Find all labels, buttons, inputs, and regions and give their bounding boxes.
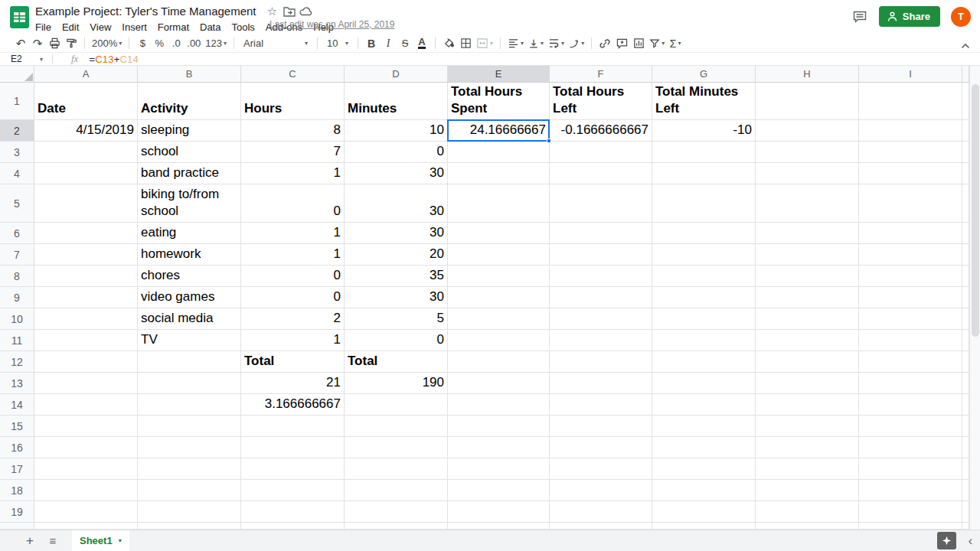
text-wrap-button[interactable]: ▾: [546, 35, 567, 52]
cell-C17[interactable]: [241, 458, 345, 480]
star-icon[interactable]: ☆: [264, 5, 281, 18]
cell-C15[interactable]: [241, 416, 345, 437]
cell-I16[interactable]: [859, 437, 962, 458]
cell-partial-7[interactable]: [962, 244, 969, 266]
cell-B4[interactable]: band practice: [138, 163, 241, 184]
insert-chart-button[interactable]: [630, 35, 647, 52]
cell-G2[interactable]: -10: [652, 120, 756, 142]
cell-F7[interactable]: [550, 244, 652, 266]
account-avatar[interactable]: T: [951, 7, 971, 27]
cell-I9[interactable]: [859, 287, 962, 308]
cell-E12[interactable]: [448, 351, 550, 373]
cell-D12[interactable]: Total: [345, 351, 448, 373]
add-sheet-button[interactable]: +: [21, 533, 38, 549]
cell-F20[interactable]: [550, 523, 652, 530]
cell-G18[interactable]: [652, 480, 756, 501]
cell-H16[interactable]: [756, 437, 859, 458]
cell-I11[interactable]: [859, 330, 962, 351]
cell-E13[interactable]: [448, 373, 550, 394]
cell-H13[interactable]: [756, 373, 859, 394]
zoom-select[interactable]: 200%▾: [90, 35, 124, 52]
menu-format[interactable]: Format: [152, 21, 194, 33]
cell-E6[interactable]: [448, 223, 550, 244]
cell-E4[interactable]: [448, 163, 550, 184]
cell-F8[interactable]: [550, 266, 652, 287]
cell-I3[interactable]: [859, 142, 962, 163]
cell-I10[interactable]: [859, 308, 962, 330]
cell-I19[interactable]: [859, 501, 962, 523]
cell-C20[interactable]: [241, 523, 345, 530]
cell-G9[interactable]: [652, 287, 756, 308]
format-percent-button[interactable]: %: [151, 35, 168, 52]
cell-partial-3[interactable]: [962, 142, 969, 163]
decrease-decimal-button[interactable]: .0: [168, 35, 185, 52]
column-header-E[interactable]: E: [448, 66, 550, 83]
font-size-select[interactable]: 10▾: [322, 35, 353, 52]
bold-button[interactable]: B: [363, 35, 380, 52]
cell-C3[interactable]: 7: [241, 142, 345, 163]
cell-B19[interactable]: [138, 501, 241, 523]
cell-partial-16[interactable]: [962, 437, 969, 458]
strikethrough-button[interactable]: S: [397, 35, 413, 52]
cell-H15[interactable]: [756, 416, 859, 437]
cell-D13[interactable]: 190: [345, 373, 448, 394]
menu-insert[interactable]: Insert: [116, 21, 152, 33]
cell-partial-10[interactable]: [962, 308, 969, 330]
cell-A14[interactable]: [34, 394, 138, 416]
cell-D5[interactable]: 30: [345, 184, 448, 223]
cell-A2[interactable]: 4/15/2019: [34, 120, 138, 142]
increase-decimal-button[interactable]: .00: [185, 35, 203, 52]
cell-A10[interactable]: [34, 308, 138, 330]
row-header-9[interactable]: 9: [0, 287, 34, 308]
cell-H4[interactable]: [756, 163, 859, 184]
cell-E5[interactable]: [448, 184, 550, 223]
cell-G20[interactable]: [652, 523, 756, 530]
cell-F19[interactable]: [550, 501, 652, 523]
cell-H6[interactable]: [756, 223, 859, 244]
cell-partial-1[interactable]: [962, 83, 969, 120]
column-header-partial[interactable]: [962, 66, 969, 83]
cell-B20[interactable]: [138, 523, 241, 530]
cell-F5[interactable]: [550, 184, 652, 223]
cell-I5[interactable]: [859, 184, 962, 223]
cell-B2[interactable]: sleeping: [138, 120, 241, 142]
cell-A5[interactable]: [34, 184, 138, 223]
cell-B7[interactable]: homework: [138, 244, 241, 266]
row-header-8[interactable]: 8: [0, 266, 34, 287]
cell-B9[interactable]: video games: [138, 287, 241, 308]
cell-I7[interactable]: [859, 244, 962, 266]
cell-E8[interactable]: [448, 266, 550, 287]
cell-E10[interactable]: [448, 308, 550, 330]
undo-button[interactable]: ↶: [12, 35, 29, 52]
cell-E2[interactable]: 24.16666667: [448, 120, 550, 142]
row-header-11[interactable]: 11: [0, 330, 34, 351]
cell-F6[interactable]: [550, 223, 652, 244]
filter-button[interactable]: ▾: [647, 35, 667, 52]
cell-C8[interactable]: 0: [241, 266, 345, 287]
cell-I4[interactable]: [859, 163, 962, 184]
cell-A1[interactable]: Date: [34, 83, 138, 120]
cell-A19[interactable]: [34, 501, 138, 523]
cell-G6[interactable]: [652, 223, 756, 244]
vertical-scrollbar[interactable]: [969, 66, 980, 530]
row-header-2[interactable]: 2: [0, 120, 34, 142]
cell-B15[interactable]: [138, 416, 241, 437]
cell-B5[interactable]: biking to/from school: [138, 184, 241, 223]
comment-history-icon[interactable]: [851, 8, 868, 25]
cell-D2[interactable]: 10: [345, 120, 448, 142]
cell-G13[interactable]: [652, 373, 756, 394]
menu-file[interactable]: File: [30, 21, 57, 33]
number-format-select[interactable]: 123▾: [203, 35, 229, 52]
cell-partial-5[interactable]: [962, 184, 969, 223]
cell-F2[interactable]: -0.1666666667: [550, 120, 652, 142]
cell-I17[interactable]: [859, 458, 962, 480]
cell-H10[interactable]: [756, 308, 859, 330]
cell-C5[interactable]: 0: [241, 184, 345, 223]
cell-C16[interactable]: [241, 437, 345, 458]
cell-H20[interactable]: [756, 523, 859, 530]
cell-partial-12[interactable]: [962, 351, 969, 373]
cell-G11[interactable]: [652, 330, 756, 351]
cell-H17[interactable]: [756, 458, 859, 480]
cell-partial-18[interactable]: [962, 480, 969, 501]
explore-button[interactable]: [937, 532, 956, 549]
